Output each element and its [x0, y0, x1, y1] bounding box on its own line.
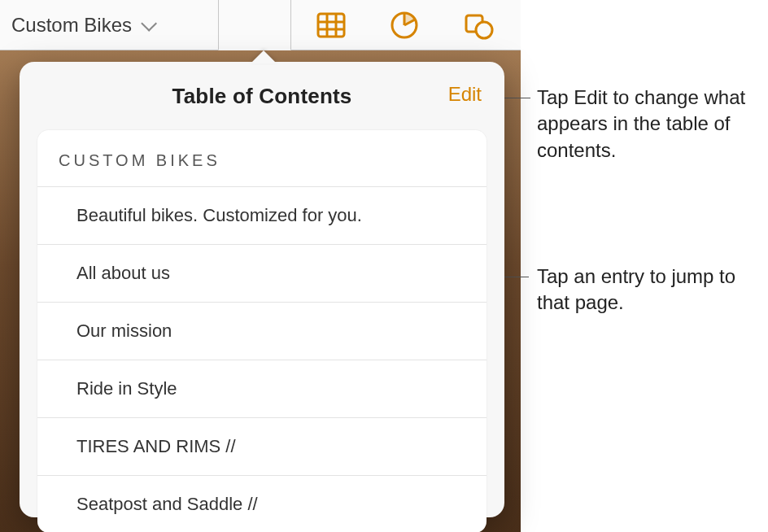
table-icon — [313, 7, 349, 43]
toc-view-button[interactable] — [221, 0, 295, 50]
document-title[interactable]: Custom Bikes — [11, 14, 132, 37]
toc-popover: Table of Contents Edit CUSTOM BIKES Beau… — [20, 62, 504, 517]
table-view-button[interactable] — [295, 0, 368, 50]
svg-rect-6 — [318, 14, 344, 37]
toc-item[interactable]: Seatpost and Saddle // — [37, 475, 487, 532]
callout-edit: Tap Edit to change what appears in the t… — [537, 85, 765, 164]
svg-point-2 — [245, 23, 249, 27]
toc-item[interactable]: Beautiful bikes. Customized for you. — [37, 186, 487, 244]
svg-point-0 — [245, 15, 249, 19]
edit-button[interactable]: Edit — [448, 83, 482, 106]
toc-card: CUSTOM BIKES Beautiful bikes. Customized… — [37, 130, 487, 532]
popover-title: Table of Contents — [172, 84, 351, 109]
toc-list-icon — [240, 7, 276, 43]
shape-icon — [460, 7, 495, 43]
document-menu-button[interactable] — [135, 13, 159, 37]
chart-view-button[interactable] — [368, 0, 441, 50]
topbar: Custom Bikes — [0, 0, 521, 50]
svg-point-15 — [476, 22, 492, 38]
shape-view-button[interactable] — [441, 0, 514, 50]
popover-header: Table of Contents Edit — [20, 76, 504, 116]
app-frame: Custom Bikes — [0, 0, 521, 532]
pie-chart-icon — [386, 7, 422, 43]
chevron-down-icon — [141, 15, 157, 31]
toc-item[interactable]: All about us — [37, 244, 487, 302]
toc-item[interactable]: Our mission — [37, 302, 487, 360]
topbar-view-icons — [221, 0, 514, 50]
toc-section-title[interactable]: CUSTOM BIKES — [37, 130, 487, 186]
toc-item[interactable]: Ride in Style — [37, 360, 487, 417]
toc-item[interactable]: TIRES AND RIMS // — [37, 417, 487, 475]
svg-point-4 — [245, 31, 249, 35]
callout-entry: Tap an entry to jump to that page. — [537, 264, 768, 316]
